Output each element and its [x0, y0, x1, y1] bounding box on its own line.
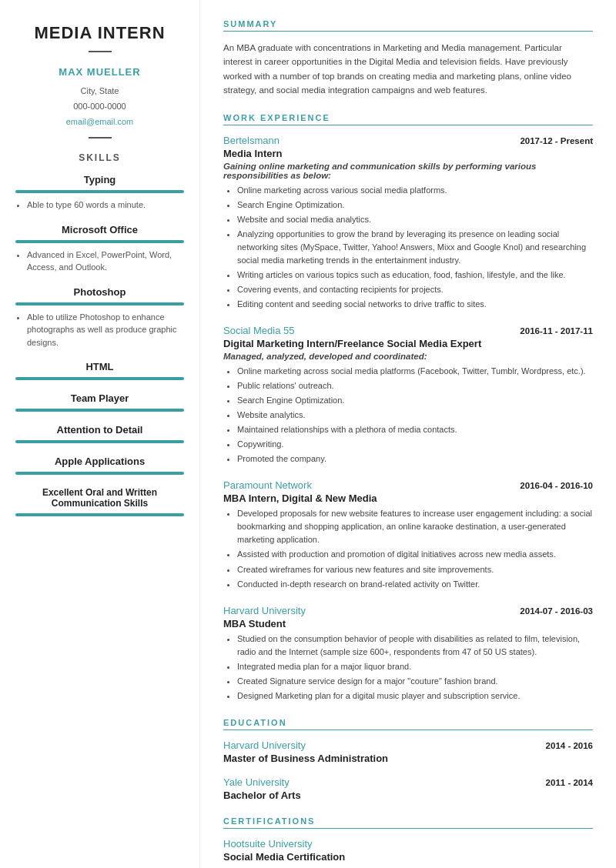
skill-communication-name: Excellent Oral and Written Communication… [15, 487, 184, 509]
work-section: WORK EXPERIENCE Bertelsmann 2017-12 - Pr… [223, 113, 593, 703]
job-harvard-work-company: Harvard University [223, 605, 306, 616]
main-content: SUMMARY An MBA graduate with concentrati… [200, 0, 616, 868]
job-harvard-work-dates: 2014-07 - 2016-03 [520, 606, 593, 616]
edu-harvard-degree: Master of Business Administration [223, 753, 593, 764]
job-socialmedia55-title: Digital Marketing Intern/Freelance Socia… [223, 338, 593, 349]
edu-harvard-header: Harvard University 2014 - 2016 [223, 739, 593, 751]
contact-location: City, State [15, 84, 184, 99]
summary-text: An MBA graduate with concentrations in M… [223, 41, 593, 98]
skills-list: Typing Able to type 60 words a minute. M… [15, 174, 184, 516]
bullet-item: Online marketing across various social m… [237, 184, 593, 197]
skill-msoffice-desc: Advanced in Excel, PowerPoint, Word, Acc… [15, 249, 184, 274]
cert-hootsuite-name: Social Media Certification [223, 851, 593, 863]
job-bertelsmann: Bertelsmann 2017-12 - Present Media Inte… [223, 135, 593, 311]
bullet-item: Created Signature service design for a m… [237, 675, 593, 688]
cert-hootsuite-org: Hootsuite University [223, 838, 593, 850]
certifications-section: CERTIFICATIONS Hootsuite University Soci… [223, 816, 593, 868]
bullet-item: Writing articles on various topics such … [237, 269, 593, 282]
skill-photoshop-name: Photoshop [15, 286, 184, 298]
bullet-item: Assisted with production and promotion o… [237, 548, 593, 561]
skill-typing: Typing Able to type 60 words a minute. [15, 174, 184, 212]
edu-yale-dates: 2011 - 2014 [546, 778, 593, 787]
job-socialmedia55-dates: 2016-11 - 2017-11 [520, 326, 593, 336]
edu-yale-school: Yale University [223, 776, 290, 788]
skill-html: HTML [15, 361, 184, 380]
sidebar-divider-1 [89, 51, 112, 52]
skill-apple-name: Apple Applications [15, 456, 184, 467]
bullet-item: Promoted the company. [237, 452, 593, 466]
skill-msoffice-name: Microsoft Office [15, 224, 184, 235]
edu-harvard: Harvard University 2014 - 2016 Master of… [223, 739, 593, 764]
education-section: EDUCATION Harvard University 2014 - 2016… [223, 718, 593, 801]
education-label: EDUCATION [223, 718, 593, 730]
cert-hootsuite: Hootsuite University Social Media Certif… [223, 838, 593, 863]
bullet-item: Designed Marketing plan for a digital mu… [237, 689, 593, 703]
bullet-item: Conducted in-depth research on brand-rel… [237, 578, 593, 591]
summary-label: SUMMARY [223, 19, 593, 32]
sidebar: MEDIA INTERN MAX MUELLER City, State 000… [0, 0, 200, 868]
skill-typing-bar [15, 190, 184, 193]
edu-yale: Yale University 2011 - 2014 Bachelor of … [223, 776, 593, 801]
bullet-item: Copywriting. [237, 438, 593, 451]
skill-apple: Apple Applications [15, 456, 184, 475]
job-paramount-header: Paramount Network 2016-04 - 2016-10 [223, 479, 593, 491]
skill-html-bar [15, 377, 184, 380]
bullet-item: Covering events, and contacting recipien… [237, 283, 593, 296]
edu-harvard-dates: 2014 - 2016 [546, 741, 593, 750]
bullet-item: Editing content and seeding social netwo… [237, 298, 593, 311]
bullet-item: Analyzing opportunities to grow the bran… [237, 228, 593, 267]
bullet-item: Search Engine Optimization. [237, 199, 593, 212]
skill-photoshop-bar [15, 302, 184, 305]
bullet-item: Studied on the consumption behavior of p… [237, 633, 593, 659]
skill-html-name: HTML [15, 361, 184, 372]
job-bertelsmann-subtitle: Gaining online marketing and communicati… [223, 162, 593, 180]
job-paramount-dates: 2016-04 - 2016-10 [520, 481, 593, 490]
skill-teamplayer-name: Team Player [15, 392, 184, 404]
skill-apple-bar [15, 472, 184, 475]
job-paramount: Paramount Network 2016-04 - 2016-10 MBA … [223, 479, 593, 590]
edu-yale-header: Yale University 2011 - 2014 [223, 776, 593, 788]
job-bertelsmann-company: Bertelsmann [223, 135, 280, 146]
skill-msoffice-bar [15, 240, 184, 243]
skill-teamplayer: Team Player [15, 392, 184, 412]
job-harvard-work-bullets: Studied on the consumption behavior of p… [223, 633, 593, 703]
resume-container: MEDIA INTERN MAX MUELLER City, State 000… [0, 0, 616, 868]
skill-communication: Excellent Oral and Written Communication… [15, 487, 184, 516]
job-socialmedia55-company: Social Media 55 [223, 325, 295, 336]
job-paramount-company: Paramount Network [223, 479, 312, 491]
bullet-item: Website analytics. [237, 409, 593, 422]
skill-communication-bar [15, 513, 184, 516]
job-harvard-work: Harvard University 2014-07 - 2016-03 MBA… [223, 605, 593, 703]
job-bertelsmann-dates: 2017-12 - Present [520, 136, 593, 145]
skill-photoshop: Photoshop Able to utilize Photoshop to e… [15, 286, 184, 349]
skills-section-title: SKILLS [15, 152, 184, 163]
contact-email[interactable]: email@email.com [66, 117, 134, 126]
certifications-label: CERTIFICATIONS [223, 816, 593, 829]
bullet-item: Created wireframes for various new featu… [237, 563, 593, 576]
skill-attention: Attention to Detail [15, 424, 184, 443]
job-paramount-title: MBA Intern, Digital & New Media [223, 492, 593, 504]
job-bertelsmann-title: Media Intern [223, 148, 593, 159]
skill-typing-desc: Able to type 60 words a minute. [15, 199, 184, 212]
skill-attention-bar [15, 440, 184, 443]
skill-msoffice: Microsoft Office Advanced in Excel, Powe… [15, 224, 184, 274]
job-socialmedia55-header: Social Media 55 2016-11 - 2017-11 [223, 325, 593, 336]
job-bertelsmann-header: Bertelsmann 2017-12 - Present [223, 135, 593, 146]
contact-info: City, State 000-000-0000 email@email.com [15, 84, 184, 129]
summary-section: SUMMARY An MBA graduate with concentrati… [223, 19, 593, 98]
bullet-item: Integrated media plan for a major liquor… [237, 660, 593, 673]
bullet-item: Maintained relationships with a plethora… [237, 423, 593, 436]
edu-yale-degree: Bachelor of Arts [223, 790, 593, 801]
skill-typing-name: Typing [15, 174, 184, 185]
edu-harvard-school: Harvard University [223, 739, 306, 751]
resume-title: MEDIA INTERN [15, 23, 184, 43]
work-label: WORK EXPERIENCE [223, 113, 593, 125]
job-bertelsmann-bullets: Online marketing across various social m… [223, 184, 593, 311]
job-socialmedia55-subtitle: Managed, analyzed, developed and coordin… [223, 352, 593, 361]
contact-phone: 000-000-0000 [15, 99, 184, 115]
job-harvard-work-title: MBA Student [223, 618, 593, 629]
skill-teamplayer-bar [15, 409, 184, 412]
bullet-item: Public relations' outreach. [237, 379, 593, 392]
job-harvard-work-header: Harvard University 2014-07 - 2016-03 [223, 605, 593, 616]
skill-attention-name: Attention to Detail [15, 424, 184, 436]
